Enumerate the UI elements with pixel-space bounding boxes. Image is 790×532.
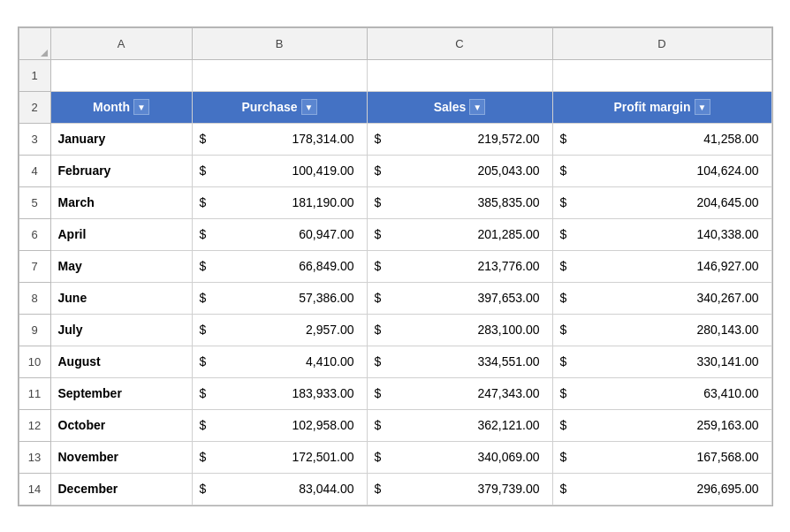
profit-amount: 146,927.00	[566, 259, 758, 273]
currency-symbol: $	[375, 259, 382, 273]
sales-cell: $334,551.00	[367, 346, 552, 377]
row-num-1: 1	[19, 59, 50, 91]
currency-symbol: $	[375, 163, 382, 178]
table-row: 13November$172,501.00$340,069.00$167,568…	[19, 441, 771, 473]
sales-header[interactable]: Sales ▼	[367, 91, 552, 123]
purchase-amount: 60,947.00	[206, 227, 353, 241]
currency-symbol: $	[375, 132, 382, 146]
profit-amount: 296,695.00	[566, 482, 758, 496]
table-row: 4February$100,419.00$205,043.00$104,624.…	[19, 155, 771, 186]
currency-symbol: $	[375, 450, 382, 464]
sales-amount: 283,100.00	[381, 323, 539, 337]
row-num-9: 9	[19, 314, 50, 346]
profit-header[interactable]: Profit margin ▼	[552, 91, 771, 123]
profit-amount: 140,338.00	[566, 227, 758, 241]
table-row: 6April$60,947.00$201,285.00$140,338.00	[19, 218, 771, 250]
row-num-14: 14	[19, 473, 50, 505]
purchase-amount: 102,958.00	[206, 418, 353, 432]
profit-cell: $146,927.00	[552, 250, 771, 282]
month-cell: July	[50, 314, 192, 346]
currency-symbol: $	[375, 195, 382, 209]
sales-label: Sales	[434, 100, 467, 114]
profit-cell: $63,410.00	[552, 377, 771, 409]
currency-symbol: $	[375, 418, 382, 432]
currency-symbol: $	[200, 418, 207, 432]
currency-symbol: $	[200, 259, 207, 273]
purchase-amount: 57,386.00	[206, 291, 353, 305]
row-num-3: 3	[19, 123, 50, 155]
row-num-12: 12	[19, 409, 50, 441]
month-header[interactable]: Month ▼	[50, 91, 192, 123]
purchase-amount: 4,410.00	[206, 354, 353, 369]
row-num-6: 6	[19, 218, 50, 250]
purchase-cell: $57,386.00	[192, 282, 367, 314]
currency-symbol: $	[200, 450, 207, 464]
currency-symbol: $	[560, 259, 567, 273]
purchase-cell: $172,501.00	[192, 441, 367, 473]
month-cell: March	[50, 186, 192, 218]
sales-cell: $219,572.00	[367, 123, 552, 155]
month-cell: August	[50, 346, 192, 377]
currency-symbol: $	[200, 482, 207, 496]
currency-symbol: $	[200, 291, 207, 305]
purchase-amount: 172,501.00	[206, 450, 353, 464]
sales-amount: 385,835.00	[381, 195, 539, 209]
sales-cell: $340,069.00	[367, 441, 552, 473]
sales-cell: $205,043.00	[367, 155, 552, 186]
currency-symbol: $	[200, 227, 207, 241]
currency-symbol: $	[375, 386, 382, 400]
profit-cell: $167,568.00	[552, 441, 771, 473]
currency-symbol: $	[375, 291, 382, 305]
spreadsheet: A B C D 1 2 Month ▼	[18, 27, 773, 506]
month-filter-btn[interactable]: ▼	[133, 99, 149, 115]
month-cell: September	[50, 377, 192, 409]
currency-symbol: $	[200, 163, 207, 178]
profit-amount: 204,645.00	[566, 195, 758, 209]
table-row: 14December$83,044.00$379,739.00$296,695.…	[19, 473, 771, 505]
currency-symbol: $	[375, 227, 382, 241]
currency-symbol: $	[200, 354, 207, 369]
purchase-header[interactable]: Purchase ▼	[192, 91, 367, 123]
profit-amount: 280,143.00	[566, 323, 758, 337]
row-num-13: 13	[19, 441, 50, 473]
month-cell: June	[50, 282, 192, 314]
profit-cell: $340,267.00	[552, 282, 771, 314]
month-cell: November	[50, 441, 192, 473]
sales-filter-btn[interactable]: ▼	[469, 99, 485, 115]
month-label: Month	[93, 100, 130, 114]
profit-cell: $104,624.00	[552, 155, 771, 186]
table-row: 3January$178,314.00$219,572.00$41,258.00	[19, 123, 771, 155]
sales-amount: 247,343.00	[381, 386, 539, 400]
purchase-amount: 178,314.00	[206, 132, 353, 146]
currency-symbol: $	[560, 163, 567, 178]
col-header-d: D	[552, 27, 771, 59]
profit-label: Profit margin	[613, 100, 690, 114]
cell-c1	[367, 59, 552, 91]
purchase-cell: $100,419.00	[192, 155, 367, 186]
purchase-cell: $2,957.00	[192, 314, 367, 346]
row-num-11: 11	[19, 377, 50, 409]
purchase-cell: $178,314.00	[192, 123, 367, 155]
currency-symbol: $	[560, 450, 567, 464]
month-cell: December	[50, 473, 192, 505]
table-row: 8June$57,386.00$397,653.00$340,267.00	[19, 282, 771, 314]
currency-symbol: $	[375, 354, 382, 369]
currency-symbol: $	[375, 323, 382, 337]
currency-symbol: $	[560, 482, 567, 496]
month-cell: April	[50, 218, 192, 250]
profit-filter-btn[interactable]: ▼	[695, 99, 710, 115]
currency-symbol: $	[200, 323, 207, 337]
profit-amount: 104,624.00	[566, 163, 758, 178]
purchase-cell: $60,947.00	[192, 218, 367, 250]
purchase-filter-btn[interactable]: ▼	[301, 99, 317, 115]
currency-symbol: $	[560, 227, 567, 241]
profit-cell: $204,645.00	[552, 186, 771, 218]
row-num-5: 5	[19, 186, 50, 218]
row-num-4: 4	[19, 155, 50, 186]
profit-cell: $330,141.00	[552, 346, 771, 377]
cell-a1	[50, 59, 192, 91]
corner-header	[19, 27, 50, 59]
profit-cell: $259,163.00	[552, 409, 771, 441]
currency-symbol: $	[200, 386, 207, 400]
currency-symbol: $	[560, 323, 567, 337]
